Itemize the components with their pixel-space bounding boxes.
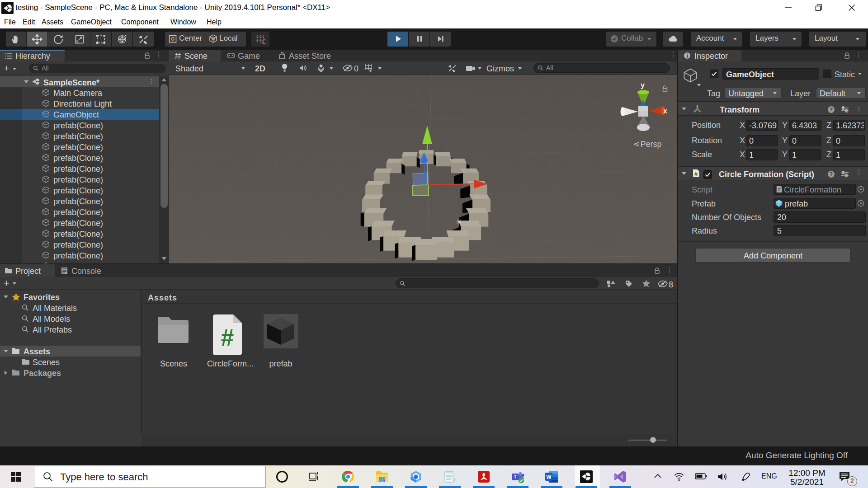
svg-text:#: # bbox=[694, 170, 698, 177]
svg-text:?: ? bbox=[830, 171, 833, 177]
svg-text:T: T bbox=[514, 474, 516, 479]
svg-text:#: # bbox=[221, 324, 234, 351]
svg-text:W: W bbox=[546, 474, 552, 480]
svg-text:?: ? bbox=[830, 107, 833, 112]
svg-text:#: # bbox=[778, 186, 781, 192]
